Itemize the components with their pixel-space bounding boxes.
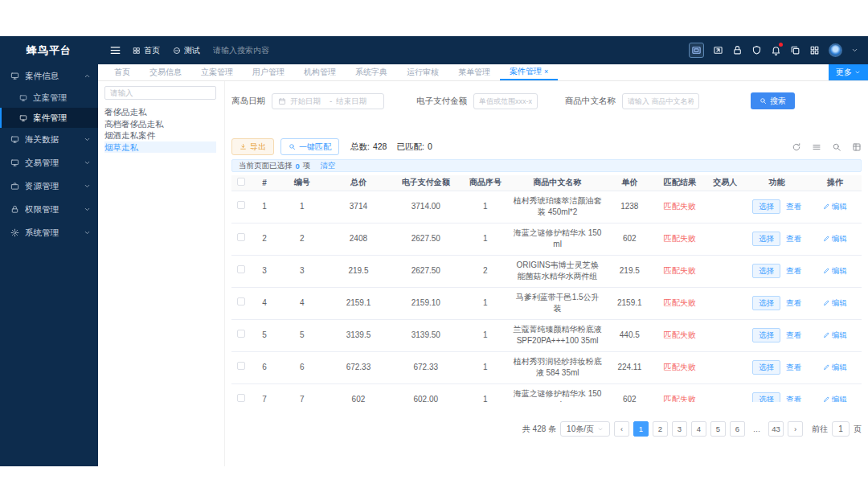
- select-button[interactable]: 选择: [752, 392, 780, 402]
- page-button-43[interactable]: 43: [768, 421, 784, 437]
- view-link[interactable]: 查看: [786, 201, 801, 212]
- view-link[interactable]: 查看: [786, 394, 801, 402]
- sidebar-item-权限管理[interactable]: 权限管理: [0, 198, 98, 221]
- select-button[interactable]: 选择: [752, 296, 780, 310]
- sidebar-item-案件信息[interactable]: 案件信息: [0, 64, 98, 88]
- select-button[interactable]: 选择: [752, 328, 780, 342]
- filter-bar: 离岛日期 - 电子支付金额 商品中文名称 搜索: [231, 92, 862, 109]
- page-button-5[interactable]: 5: [710, 421, 726, 437]
- tab-运行审核[interactable]: 运行审核: [397, 64, 448, 80]
- cell-name: 植村秀琥珀臻萃洁颜油套装 450ml*2: [510, 191, 604, 223]
- global-search-input[interactable]: [213, 46, 309, 55]
- more-button[interactable]: 更多: [829, 64, 868, 80]
- tab-立案管理[interactable]: 立案管理: [191, 64, 243, 80]
- page-button-3[interactable]: 3: [672, 421, 687, 437]
- sidebar-item-资源管理[interactable]: 资源管理: [0, 174, 98, 198]
- page-button-1[interactable]: 1: [633, 421, 649, 437]
- pencil-icon: [823, 203, 830, 210]
- sidebar-item-系统管理[interactable]: 系统管理: [0, 221, 98, 244]
- tab-首页[interactable]: 首页: [104, 64, 140, 80]
- topnav-item-0[interactable]: 首页: [133, 45, 160, 56]
- page-button-4[interactable]: 4: [691, 421, 706, 437]
- goto-page-input[interactable]: [832, 421, 850, 437]
- sidebar-subitem-立案管理[interactable]: 立案管理: [0, 88, 98, 108]
- tab-案件管理[interactable]: 案件管理×: [500, 64, 558, 80]
- case-type-search-input[interactable]: [104, 86, 216, 100]
- view-link[interactable]: 查看: [786, 265, 801, 277]
- tab-系统字典[interactable]: 系统字典: [346, 64, 397, 80]
- page-button-6[interactable]: 6: [730, 421, 745, 437]
- calendar-icon: [278, 97, 286, 105]
- screenshot-icon[interactable]: [713, 45, 723, 55]
- tab-用户管理[interactable]: 用户管理: [243, 64, 294, 80]
- tab-菜单管理[interactable]: 菜单管理: [448, 64, 500, 80]
- product-name-input[interactable]: [622, 93, 699, 109]
- date-end-input[interactable]: [336, 96, 371, 105]
- pencil-icon: [823, 331, 830, 338]
- edit-link[interactable]: 编辑: [823, 202, 847, 211]
- search-button[interactable]: 搜索: [751, 92, 795, 109]
- row-checkbox[interactable]: [237, 201, 245, 209]
- row-checkbox[interactable]: [237, 233, 245, 241]
- pencil-icon: [823, 396, 830, 402]
- selection-prefix: 当前页面已选择: [239, 161, 293, 171]
- refresh-icon[interactable]: [792, 142, 801, 152]
- edit-link[interactable]: 编辑: [823, 363, 847, 371]
- avatar[interactable]: [829, 43, 842, 57]
- row-checkbox[interactable]: [237, 265, 245, 273]
- chevron-down-icon[interactable]: [851, 47, 858, 54]
- sidebar-subitem-案件管理[interactable]: 案件管理: [0, 108, 98, 128]
- export-button[interactable]: 导出: [231, 138, 274, 155]
- screen-icon[interactable]: [689, 43, 704, 58]
- date-range-picker[interactable]: -: [272, 93, 384, 109]
- row-checkbox[interactable]: [237, 394, 245, 402]
- edit-link[interactable]: 编辑: [823, 234, 847, 243]
- row-checkbox[interactable]: [237, 362, 245, 370]
- close-icon[interactable]: ×: [544, 68, 548, 76]
- date-start-input[interactable]: [290, 96, 326, 105]
- copy-icon[interactable]: [790, 45, 800, 55]
- sidebar-item-交易管理[interactable]: 交易管理: [0, 151, 98, 174]
- edit-link[interactable]: 编辑: [823, 330, 847, 339]
- select-button[interactable]: 选择: [752, 360, 780, 375]
- tab-交易信息[interactable]: 交易信息: [140, 64, 191, 80]
- view-link[interactable]: 查看: [786, 233, 801, 244]
- view-link[interactable]: 查看: [786, 362, 801, 373]
- page-size-select[interactable]: 10条/页: [560, 421, 610, 437]
- view-link[interactable]: 查看: [786, 330, 801, 341]
- view-link[interactable]: 查看: [786, 297, 801, 309]
- shield-icon[interactable]: [751, 45, 762, 55]
- select-all-checkbox[interactable]: [237, 178, 245, 186]
- density-icon[interactable]: [812, 142, 821, 152]
- edit-link[interactable]: 编辑: [823, 298, 847, 307]
- edit-link[interactable]: 编辑: [823, 266, 847, 275]
- case-type-item-高档奢侈品走私[interactable]: 高档奢侈品走私: [104, 118, 216, 130]
- prev-page-button[interactable]: ‹: [614, 421, 629, 437]
- match-all-button[interactable]: 一键匹配: [280, 138, 339, 155]
- grid-icon[interactable]: [809, 45, 820, 55]
- lock-icon[interactable]: [732, 45, 743, 55]
- case-type-item-烟酒走私案件[interactable]: 烟酒走私案件: [104, 129, 216, 141]
- column-settings-icon[interactable]: [852, 142, 862, 152]
- select-button[interactable]: 选择: [752, 232, 780, 246]
- topnav-item-1[interactable]: 测试: [173, 45, 200, 56]
- hamburger-icon[interactable]: [109, 44, 121, 56]
- search-icon[interactable]: [832, 142, 841, 152]
- select-button[interactable]: 选择: [752, 199, 780, 214]
- row-checkbox[interactable]: [237, 330, 245, 338]
- row-checkbox[interactable]: [237, 297, 245, 306]
- bell-icon[interactable]: [771, 45, 781, 55]
- select-button[interactable]: 选择: [752, 264, 780, 278]
- tab-机构管理[interactable]: 机构管理: [294, 64, 346, 80]
- case-type-item-奢侈品走私[interactable]: 奢侈品走私: [104, 106, 216, 118]
- next-page-button[interactable]: ›: [788, 421, 803, 437]
- edit-link[interactable]: 编辑: [823, 395, 847, 402]
- sidebar-item-海关数据[interactable]: 海关数据: [0, 128, 98, 151]
- tab-label: 用户管理: [252, 67, 285, 78]
- clear-selection-link[interactable]: 清空: [320, 161, 335, 171]
- cell-seq: 1: [461, 383, 510, 402]
- amount-input[interactable]: [473, 93, 538, 109]
- case-type-item-烟草走私[interactable]: 烟草走私: [104, 141, 216, 154]
- page-button-2[interactable]: 2: [653, 421, 668, 437]
- sidebar: 蜂鸟平台 案件信息立案管理案件管理海关数据交易管理资源管理权限管理系统管理: [0, 36, 98, 466]
